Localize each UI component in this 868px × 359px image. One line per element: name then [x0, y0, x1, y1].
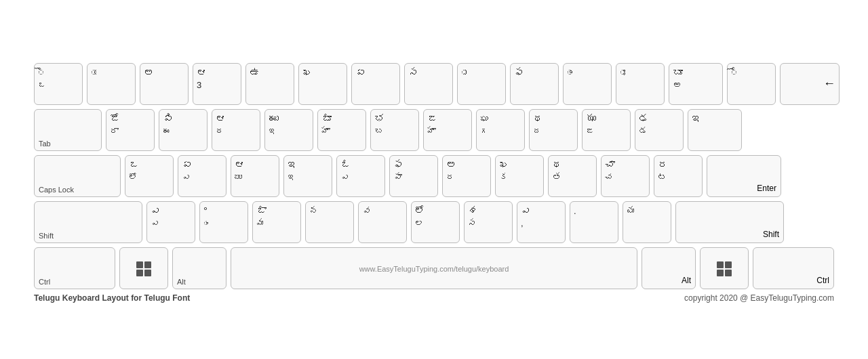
- key-1-7[interactable]: జహా: [423, 109, 472, 151]
- key-bottom-2-2: ఎ: [182, 172, 191, 183]
- key-3-8[interactable]: ఎ,: [517, 201, 566, 243]
- key-3-2[interactable]: °ం: [199, 201, 248, 243]
- key-2-4[interactable]: ఇఇ: [283, 155, 332, 197]
- key-3-1[interactable]: ఎఎ: [146, 201, 195, 243]
- key-0-6[interactable]: ఏ: [351, 63, 400, 105]
- spacebar[interactable]: www.EasyTeluguTyping.com/telugu/keyboard: [231, 247, 637, 289]
- ctrl-right-label: Ctrl: [816, 276, 829, 285]
- key-1-5[interactable]: ఓూహా: [317, 109, 366, 151]
- key-0-8[interactable]: ు: [457, 63, 506, 105]
- key-3-10[interactable]: య: [623, 201, 671, 243]
- key-2-7[interactable]: అర: [442, 155, 491, 197]
- key-top-0-11: ః: [620, 66, 625, 79]
- key-top-0-4: ఉ: [250, 66, 260, 79]
- key-2-1[interactable]: ఒలో: [125, 155, 174, 197]
- key-1-1[interactable]: జోరా: [106, 109, 155, 151]
- key-0-11[interactable]: ః: [616, 63, 665, 105]
- key-bottom-2-11: ట: [658, 172, 667, 183]
- key-2-11[interactable]: రట: [654, 155, 703, 197]
- key-2-3[interactable]: ఆఋ: [231, 155, 279, 197]
- key-0-1[interactable]: ఁ: [87, 63, 136, 105]
- key-2-10[interactable]: చాచ: [601, 155, 650, 197]
- key-bottom-3-7: స: [468, 218, 476, 229]
- key-2-0[interactable]: Caps Lock: [34, 155, 121, 197]
- key-top-0-1: ఁ: [91, 66, 96, 79]
- key-4-5[interactable]: [700, 247, 749, 289]
- key-bottom-1-7: హా: [427, 126, 436, 137]
- keyboard: ొఒఁఅఆ3ఉఖఏసుఫంఃబూఱో←Tabజోరాఏిఈఆఠఈుఇఓూహాభబ…: [34, 63, 834, 289]
- key-4-4[interactable]: Alt: [642, 247, 696, 289]
- keyboard-wrapper: ొఒఁఅఆ3ఉఖఏసుఫంఃబూఱో←Tabజోరాఏిఈఆఠఈుఇఓూహాభబ…: [34, 49, 834, 310]
- key-bottom-1-8: గ: [480, 126, 489, 137]
- key-1-12[interactable]: ఇ: [688, 109, 742, 151]
- key-top-1-9: థ: [533, 112, 544, 125]
- windows-logo-icon: [717, 261, 732, 276]
- key-0-14[interactable]: ←: [780, 63, 840, 105]
- key-3-11[interactable]: Shift: [675, 201, 784, 243]
- key-3-9[interactable]: .: [570, 201, 618, 243]
- key-1-10[interactable]: ఝుజ: [582, 109, 631, 151]
- key-1-11[interactable]: ఢడ: [635, 109, 684, 151]
- tab-label: Tab: [39, 140, 51, 148]
- key-3-5[interactable]: వ: [358, 201, 407, 243]
- key-0-4[interactable]: ఉ: [245, 63, 294, 105]
- key-3-6[interactable]: లోల: [411, 201, 460, 243]
- key-3-0[interactable]: Shift: [34, 201, 142, 243]
- key-2-2[interactable]: ఏఎ: [178, 155, 226, 197]
- key-2-6[interactable]: ఫపా: [389, 155, 438, 197]
- key-top-0-0: ొ: [38, 66, 43, 79]
- key-0-12[interactable]: బూఱ: [669, 63, 723, 105]
- key-2-9[interactable]: థత: [548, 155, 597, 197]
- key-0-10[interactable]: ం: [563, 63, 612, 105]
- key-4-2[interactable]: Alt: [172, 247, 226, 289]
- key-top-3-6: లో: [415, 205, 425, 217]
- key-0-9[interactable]: ఫ: [510, 63, 559, 105]
- key-0-13[interactable]: ో: [727, 63, 776, 105]
- key-top-2-11: ర: [658, 159, 669, 171]
- key-0-7[interactable]: స: [404, 63, 453, 105]
- key-row-3: Shiftఎఎ°ంఓామనవలోలశసఎ,.యShift: [34, 201, 834, 243]
- key-0-5[interactable]: ఖ: [298, 63, 347, 105]
- key-1-8[interactable]: ఘగ: [476, 109, 525, 151]
- footer-brand: Telugu Keyboard: [34, 293, 100, 303]
- key-1-4[interactable]: ఈుఇ: [264, 109, 313, 151]
- key-1-9[interactable]: థద: [529, 109, 578, 151]
- key-bottom-3-1: ఎ: [151, 218, 159, 229]
- key-bottom-3-9: .: [574, 206, 576, 217]
- key-top-2-5: ఓ: [340, 159, 351, 171]
- key-bottom-3-3: మ: [256, 218, 264, 229]
- key-top-1-11: ఢ: [639, 112, 649, 125]
- key-top-2-1: ఒ: [129, 159, 139, 171]
- key-top-0-7: స: [408, 66, 418, 79]
- key-bottom-1-1: రా: [110, 126, 119, 137]
- key-4-6[interactable]: Ctrl: [753, 247, 834, 289]
- key-top-3-1: ఎ: [151, 205, 161, 217]
- space-url-label: www.EasyTeluguTyping.com/telugu/keyboard: [359, 265, 509, 273]
- key-3-3[interactable]: ఓామ: [252, 201, 301, 243]
- key-2-8[interactable]: ఖక: [495, 155, 544, 197]
- backspace-arrow-icon: ←: [823, 77, 835, 91]
- key-4-1[interactable]: [119, 247, 168, 289]
- key-1-6[interactable]: భబ: [370, 109, 419, 151]
- key-1-0[interactable]: Tab: [34, 109, 102, 151]
- key-2-5[interactable]: ఓఎ: [336, 155, 385, 197]
- ctrl-left-label: Ctrl: [39, 278, 50, 286]
- footer-copyright: copyright 2020 @ EasyTeluguTyping.com: [684, 293, 834, 303]
- key-top-1-12: ఇ: [692, 112, 703, 125]
- key-top-0-12: బూ: [673, 66, 683, 79]
- key-3-4[interactable]: న: [305, 201, 354, 243]
- key-0-0[interactable]: ొఒ: [34, 63, 83, 105]
- key-1-2[interactable]: ఏిఈ: [159, 109, 208, 151]
- key-0-3[interactable]: ఆ3: [193, 63, 241, 105]
- key-2-12[interactable]: Enter: [707, 155, 781, 197]
- key-top-1-1: జో: [110, 112, 120, 125]
- key-0-2[interactable]: అ: [140, 63, 189, 105]
- key-top-0-13: ో: [731, 66, 736, 79]
- key-top-1-6: భ: [374, 112, 384, 125]
- key-bottom-1-3: ఠ: [216, 126, 224, 137]
- key-1-3[interactable]: ఆఠ: [212, 109, 260, 151]
- key-4-0[interactable]: Ctrl: [34, 247, 115, 289]
- key-3-7[interactable]: శస: [464, 201, 513, 243]
- key-bottom-2-6: పా: [393, 172, 402, 183]
- key-bottom-3-4: న: [309, 206, 318, 217]
